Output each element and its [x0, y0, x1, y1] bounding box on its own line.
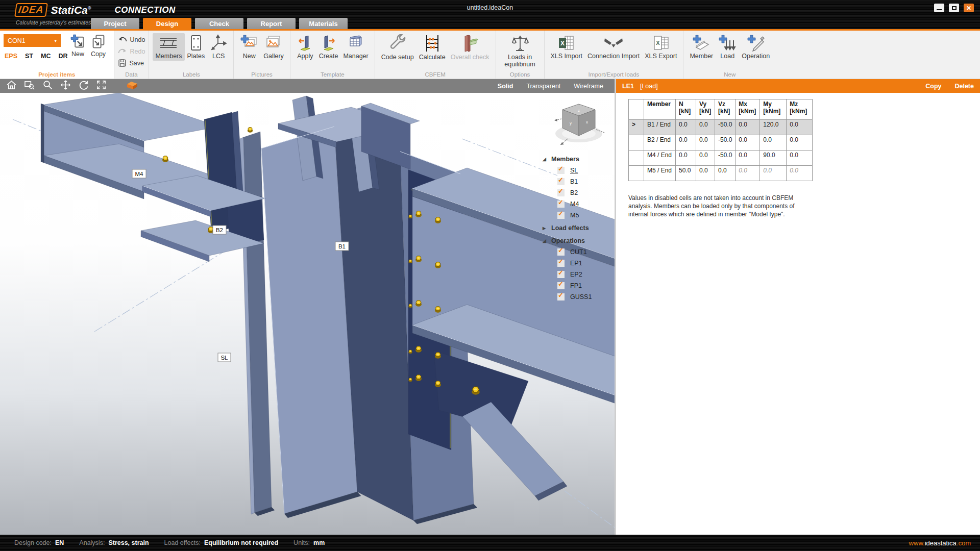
table-row-b2[interactable]: B2 / End 0.0 0.0 -50.0 0.0 0.0 0.0 — [629, 135, 813, 151]
checkbox-ep2[interactable]: ✓ — [557, 271, 565, 278]
cell-member[interactable]: M5 / End — [644, 166, 676, 181]
rotate-button[interactable] — [78, 80, 89, 92]
delete-load-button[interactable]: Delete — [954, 83, 974, 90]
tab-design[interactable]: Design — [143, 18, 191, 29]
template-manager-button[interactable]: Manager — [340, 33, 371, 61]
cell-vz[interactable]: -50.0 — [715, 120, 736, 135]
tree-item-ep2[interactable]: ✓EP2 — [543, 269, 613, 280]
minimize-button[interactable] — [934, 4, 944, 12]
tree-item-fp1[interactable]: ✓FP1 — [543, 280, 613, 291]
tab-check[interactable]: Check — [195, 18, 243, 29]
fit-view-button[interactable] — [96, 80, 107, 92]
label-sl[interactable]: SL — [218, 353, 231, 362]
cell-mz[interactable]: 0.0 — [787, 135, 813, 151]
checkbox-fp1[interactable]: ✓ — [557, 282, 565, 289]
tree-item-b2[interactable]: ✓B2 — [543, 187, 613, 198]
tree-item-b1[interactable]: ✓B1 — [543, 176, 613, 187]
copy-load-button[interactable]: Copy — [925, 83, 941, 90]
label-m4[interactable]: M4 — [132, 169, 146, 178]
maximize-button[interactable] — [949, 4, 959, 12]
cell-n[interactable]: 50.0 — [676, 166, 696, 181]
tree-section-operations[interactable]: ◢Operations — [543, 235, 613, 246]
label-b2[interactable]: B2 — [213, 226, 226, 234]
tree-item-m4[interactable]: ✓M4 — [543, 198, 613, 210]
connection-import-button[interactable]: Connection Import — [585, 33, 642, 61]
mode-dr[interactable]: DR — [58, 53, 67, 60]
cell-mx[interactable]: 0.0 — [736, 151, 760, 166]
new-load-button[interactable]: Load — [716, 33, 739, 61]
table-row-m4[interactable]: M4 / End 0.0 0.0 -50.0 0.0 90.0 0.0 — [629, 151, 813, 166]
label-b1[interactable]: B1 — [335, 242, 349, 251]
checkbox-ep1[interactable]: ✓ — [557, 260, 565, 267]
cell-mz[interactable]: 0.0 — [787, 120, 813, 135]
tree-item-m5[interactable]: ✓M5 — [543, 210, 613, 221]
create-template-button[interactable]: Create — [316, 33, 341, 61]
mode-st[interactable]: ST — [25, 53, 33, 60]
new-member-button[interactable]: Member — [687, 33, 716, 61]
checkbox-b1[interactable]: ✓ — [557, 178, 565, 185]
cell-vz[interactable]: 0.0 — [715, 166, 736, 181]
redo-button[interactable]: Redo — [118, 46, 145, 57]
cell-my[interactable]: 90.0 — [760, 151, 787, 166]
cell-vy[interactable]: 0.0 — [696, 120, 715, 135]
tree-item-ep1[interactable]: ✓EP1 — [543, 258, 613, 269]
loads-in-equilibrium-button[interactable]: Loads in equilibrium — [500, 33, 541, 69]
checkbox-guss1[interactable]: ✓ — [557, 293, 565, 300]
save-button[interactable]: Save — [118, 58, 145, 68]
gallery-button[interactable]: Gallery — [261, 33, 286, 61]
cell-member[interactable]: B1 / End — [644, 120, 676, 135]
mode-mc[interactable]: MC — [41, 53, 51, 60]
nav-cube[interactable]: z y x — [552, 96, 607, 151]
checkbox-cut1[interactable]: ✓ — [557, 248, 565, 256]
cell-my[interactable]: 120.0 — [760, 120, 787, 135]
cell-mx[interactable]: 0.0 — [736, 120, 760, 135]
cell-mz[interactable]: 0.0 — [787, 151, 813, 166]
cell-n[interactable]: 0.0 — [676, 151, 696, 166]
xls-export-button[interactable]: X XLS Export — [642, 33, 679, 61]
cell-vy[interactable]: 0.0 — [696, 166, 715, 181]
plates-toggle-button[interactable]: Plates — [185, 33, 208, 61]
checkbox-m4[interactable]: ✓ — [557, 201, 565, 208]
members-toggle-button[interactable]: Members — [153, 33, 184, 61]
brick-mode-button[interactable] — [126, 80, 138, 92]
cell-member[interactable]: M4 / End — [644, 151, 676, 166]
cell-vz[interactable]: -50.0 — [715, 151, 736, 166]
tree-item-sl[interactable]: ✓SL — [543, 165, 613, 176]
tab-report[interactable]: Report — [247, 18, 296, 29]
undo-button[interactable]: Undo — [118, 34, 145, 45]
copy-project-item-button[interactable]: Copy — [88, 33, 109, 59]
cell-vz[interactable]: -50.0 — [715, 135, 736, 151]
scene-3d[interactable]: M4 B2 B1 SL z y x — [0, 93, 615, 535]
connection-combo[interactable]: CON1 ▾ — [4, 34, 61, 47]
table-row-m5[interactable]: M5 / End 50.0 0.0 0.0 0.0 0.0 0.0 — [629, 166, 813, 181]
xls-import-button[interactable]: X XLS Import — [548, 33, 585, 61]
cell-n[interactable]: 0.0 — [676, 135, 696, 151]
table-row-b1[interactable]: > B1 / End 0.0 0.0 -50.0 0.0 120.0 0.0 — [629, 120, 813, 135]
zoom-button[interactable] — [42, 80, 53, 92]
cell-n[interactable]: 0.0 — [676, 120, 696, 135]
checkbox-sl[interactable]: ✓ — [557, 167, 565, 174]
tree-item-guss1[interactable]: ✓GUSS1 — [543, 291, 613, 303]
cell-my[interactable]: 0.0 — [760, 135, 787, 151]
checkbox-b2[interactable]: ✓ — [557, 189, 565, 196]
home-view-button[interactable] — [6, 80, 17, 92]
cell-mx[interactable]: 0.0 — [736, 135, 760, 151]
new-picture-button[interactable]: New — [237, 33, 261, 61]
mode-solid[interactable]: Solid — [498, 83, 513, 90]
tree-section-members[interactable]: ◢Members — [543, 154, 613, 165]
tab-project[interactable]: Project — [91, 18, 139, 29]
close-button[interactable]: ✕ — [964, 4, 974, 12]
new-project-item-button[interactable]: New — [68, 33, 88, 59]
mode-transparent[interactable]: Transparent — [526, 83, 560, 90]
cell-vy[interactable]: 0.0 — [696, 135, 715, 151]
checkbox-m5[interactable]: ✓ — [557, 212, 565, 219]
tree-section-load-effects[interactable]: ▶Load effects — [543, 222, 613, 234]
calculate-button[interactable]: Calculate — [416, 33, 448, 62]
tree-item-cut1[interactable]: ✓CUT1 — [543, 246, 613, 258]
cell-member[interactable]: B2 / End — [644, 135, 676, 151]
lcs-toggle-button[interactable]: LCS — [207, 33, 230, 61]
pan-button[interactable] — [60, 80, 71, 92]
website-link[interactable]: www.ideastatica.com — [909, 539, 971, 547]
overall-check-button[interactable]: Overall check — [448, 33, 492, 62]
apply-template-button[interactable]: Apply — [294, 33, 316, 61]
